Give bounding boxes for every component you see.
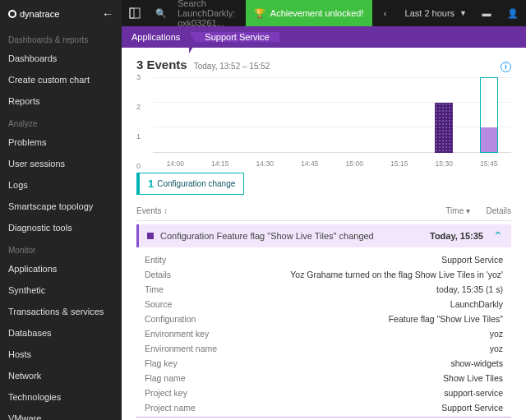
sidebar-item[interactable]: Smartscape topology (0, 196, 122, 217)
detail-value: Support Service (260, 255, 503, 265)
detail-key: Details (145, 270, 260, 279)
event-details: EntitySupport ServiceDetailsYoz Grahame … (136, 247, 511, 418)
main: 🔍 Search LaunchDarkly: oxk03261... 🏆Achi… (122, 0, 526, 420)
sidebar-item[interactable]: Network (0, 365, 122, 386)
sidebar-item[interactable]: Transactions & services (0, 301, 122, 322)
topbar: 🔍 Search LaunchDarkly: oxk03261... 🏆Achi… (122, 0, 526, 26)
events-table-header: Events ↕ Time ▾ Details (136, 201, 511, 221)
svg-rect-0 (130, 8, 140, 18)
detail-value: yoz (260, 329, 503, 339)
events-range: Today, 13:52 – 15:52 (194, 62, 270, 71)
col-time[interactable]: Time ▾ (421, 206, 470, 215)
col-events[interactable]: Events ↕ (136, 206, 421, 215)
sidebar-item[interactable]: Logs (0, 174, 122, 196)
chevron-up-icon[interactable]: ⌃ (493, 229, 503, 242)
sidebar-item[interactable]: Diagnostic tools (0, 217, 122, 238)
search-icon[interactable]: 🔍 (148, 0, 174, 26)
search-input[interactable]: Search LaunchDarkly: oxk03261... (174, 0, 246, 28)
x-tick: 14:30 (242, 159, 288, 168)
detail-key: Project key (145, 388, 260, 398)
detail-row: Project nameSupport Service (145, 400, 503, 415)
content: 3 Events Today, 13:52 – 15:52 i 3210 14:… (122, 48, 526, 420)
detail-value: show-widgets (260, 358, 503, 368)
detail-key: Time (145, 284, 260, 294)
sidebar: dynatrace ← Dashboards & reportsDashboar… (0, 0, 122, 420)
brand-logo-icon (8, 10, 16, 18)
chart-bar-1545[interactable] (480, 77, 498, 152)
detail-key: Environment name (145, 344, 260, 353)
detail-key: Flag key (145, 358, 260, 368)
x-tick: 14:15 (198, 159, 243, 168)
sidebar-group-title: Monitor (0, 238, 122, 258)
event-row[interactable]: Configuration Feature flag "Show Live Ti… (136, 224, 511, 247)
sidebar-item[interactable]: User sessions (0, 153, 122, 174)
events-header: 3 Events Today, 13:52 – 15:52 i (136, 58, 511, 72)
collapse-section-icon[interactable]: ⌃ (136, 418, 511, 421)
sidebar-group-title: Analyze (0, 112, 122, 132)
col-details[interactable]: Details (470, 206, 511, 215)
detail-value: LaunchDarkly (260, 299, 503, 309)
prev-timerange-icon[interactable]: ‹ (372, 0, 399, 26)
collapse-sidebar-icon[interactable]: ← (102, 7, 113, 21)
sidebar-item[interactable]: Create custom chart (0, 69, 122, 90)
x-tick: 14:45 (288, 159, 333, 168)
chart-bars (153, 77, 511, 153)
event-title: Configuration Feature flag "Show Live Ti… (160, 231, 430, 241)
detail-row: Flag nameShow Live Tiles (145, 371, 503, 385)
sidebar-header: dynatrace ← (0, 0, 122, 28)
achievement-banner[interactable]: 🏆Achievement unlocked! (246, 0, 372, 26)
chart-x-axis: 14:0014:1514:3014:4515:0015:1515:3015:45 (153, 159, 511, 168)
detail-value: Show Live Tiles (260, 373, 503, 383)
timerange-picker[interactable]: Last 2 hours▼ (399, 8, 473, 18)
sidebar-item[interactable]: VMware (0, 408, 122, 420)
detail-key: Project name (145, 403, 260, 413)
x-tick: 14:00 (153, 159, 198, 168)
breadcrumb: Applications Support Service (122, 26, 526, 48)
detail-value: Feature flag "Show Live Tiles" (260, 314, 503, 324)
events-title: 3 Events (136, 58, 187, 72)
sidebar-item[interactable]: Reports (0, 90, 122, 112)
sidebar-item[interactable]: Problems (0, 132, 122, 153)
detail-row: ConfigurationFeature flag "Show Live Til… (145, 312, 503, 326)
detail-row: Environment nameyoz (145, 341, 503, 356)
info-icon[interactable]: i (501, 62, 511, 72)
sidebar-item[interactable]: Dashboards (0, 48, 122, 69)
sidebar-item[interactable]: Hosts (0, 344, 122, 365)
x-tick: 15:15 (377, 159, 422, 168)
sidebar-group-title: Dashboards & reports (0, 28, 122, 48)
event-time: Today, 15:35 (430, 231, 483, 241)
x-tick: 15:30 (422, 159, 467, 168)
detail-row: Environment keyyoz (145, 326, 503, 341)
chat-icon[interactable]: ▬ (473, 0, 500, 26)
detail-key: Configuration (145, 314, 260, 324)
detail-value: support-service (260, 388, 503, 398)
achievement-text: Achievement unlocked! (270, 8, 364, 18)
chart-bar-1530[interactable] (435, 103, 453, 153)
detail-value: yoz (260, 344, 503, 353)
x-tick: 15:45 (467, 159, 512, 168)
detail-row: Project keysupport-service (145, 385, 503, 400)
sidebar-item[interactable]: Synthetic (0, 279, 122, 301)
detail-value: Support Service (260, 403, 503, 413)
events-chart: 3210 14:0014:1514:3014:4515:0015:1515:30… (136, 77, 511, 168)
menu-icon[interactable] (122, 0, 148, 26)
trophy-icon: 🏆 (254, 8, 265, 19)
brand-name: dynatrace (20, 9, 59, 19)
detail-row: SourceLaunchDarkly (145, 297, 503, 312)
user-icon[interactable]: 👤 (500, 0, 526, 26)
chart-legend[interactable]: 1Configuration change (136, 173, 244, 195)
event-type-icon (147, 233, 154, 239)
detail-value: today, 15:35 (1 s) (260, 284, 503, 294)
chevron-down-icon: ▼ (459, 9, 467, 17)
brand-logo: dynatrace (8, 9, 59, 19)
crumb-applications[interactable]: Applications (122, 32, 190, 42)
detail-key: Flag name (145, 373, 260, 383)
detail-row: Timetoday, 15:35 (1 s) (145, 282, 503, 297)
x-tick: 15:00 (332, 159, 377, 168)
sidebar-item[interactable]: Applications (0, 258, 122, 279)
sidebar-item[interactable]: Databases (0, 322, 122, 344)
sidebar-item[interactable]: Technologies (0, 386, 122, 408)
detail-key: Environment key (145, 329, 260, 339)
crumb-support-service[interactable]: Support Service (190, 32, 279, 42)
detail-key: Entity (145, 255, 260, 265)
